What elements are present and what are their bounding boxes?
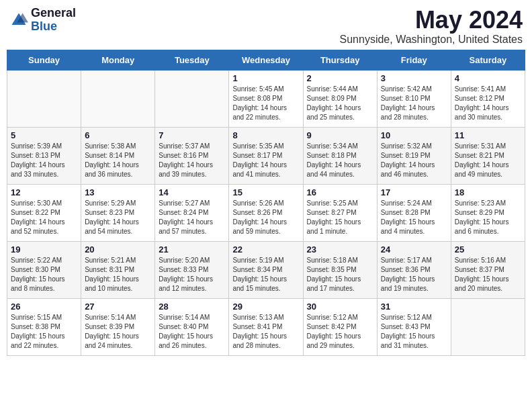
header-day-friday: Friday xyxy=(377,50,451,70)
calendar-cell: 16Sunrise: 5:25 AMSunset: 8:27 PMDayligh… xyxy=(303,184,377,241)
calendar-cell: 18Sunrise: 5:23 AMSunset: 8:29 PMDayligh… xyxy=(451,184,525,241)
day-number: 30 xyxy=(307,302,373,312)
day-number: 26 xyxy=(11,302,77,312)
header-day-thursday: Thursday xyxy=(303,50,377,70)
day-number: 13 xyxy=(85,187,151,197)
day-info: Sunrise: 5:39 AMSunset: 8:13 PMDaylight:… xyxy=(11,142,77,179)
day-number: 15 xyxy=(232,187,299,197)
day-info: Sunrise: 5:12 AMSunset: 8:42 PMDaylight:… xyxy=(307,313,373,351)
day-info: Sunrise: 5:13 AMSunset: 8:41 PMDaylight:… xyxy=(232,313,299,351)
calendar-cell xyxy=(7,70,81,127)
day-number: 1 xyxy=(232,73,299,83)
day-number: 11 xyxy=(455,130,521,140)
day-number: 4 xyxy=(455,73,521,83)
day-info: Sunrise: 5:19 AMSunset: 8:34 PMDaylight:… xyxy=(232,256,299,293)
calendar-cell: 12Sunrise: 5:30 AMSunset: 8:22 PMDayligh… xyxy=(7,184,81,241)
week-row-1: 5Sunrise: 5:39 AMSunset: 8:13 PMDaylight… xyxy=(7,127,525,184)
week-row-0: 1Sunrise: 5:45 AMSunset: 8:08 PMDaylight… xyxy=(7,70,525,127)
calendar-body: 1Sunrise: 5:45 AMSunset: 8:08 PMDaylight… xyxy=(7,70,525,355)
day-info: Sunrise: 5:26 AMSunset: 8:26 PMDaylight:… xyxy=(232,199,299,236)
calendar-cell xyxy=(155,70,229,127)
calendar-cell: 26Sunrise: 5:15 AMSunset: 8:38 PMDayligh… xyxy=(7,298,81,355)
day-number: 21 xyxy=(159,244,225,255)
logo-general: General xyxy=(31,7,76,20)
calendar-cell: 29Sunrise: 5:13 AMSunset: 8:41 PMDayligh… xyxy=(229,298,303,355)
calendar-cell: 9Sunrise: 5:34 AMSunset: 8:18 PMDaylight… xyxy=(303,127,377,184)
day-number: 6 xyxy=(85,130,151,140)
day-info: Sunrise: 5:44 AMSunset: 8:09 PMDaylight:… xyxy=(307,85,373,122)
day-info: Sunrise: 5:32 AMSunset: 8:19 PMDaylight:… xyxy=(381,142,447,179)
day-info: Sunrise: 5:23 AMSunset: 8:29 PMDaylight:… xyxy=(455,199,521,236)
calendar-cell: 7Sunrise: 5:37 AMSunset: 8:16 PMDaylight… xyxy=(155,127,229,184)
logo-blue: Blue xyxy=(31,20,76,34)
day-info: Sunrise: 5:21 AMSunset: 8:31 PMDaylight:… xyxy=(85,256,151,293)
week-row-2: 12Sunrise: 5:30 AMSunset: 8:22 PMDayligh… xyxy=(7,184,525,241)
header-row: SundayMondayTuesdayWednesdayThursdayFrid… xyxy=(7,50,525,70)
day-info: Sunrise: 5:12 AMSunset: 8:43 PMDaylight:… xyxy=(381,313,447,351)
calendar-cell: 8Sunrise: 5:35 AMSunset: 8:17 PMDaylight… xyxy=(229,127,303,184)
day-info: Sunrise: 5:15 AMSunset: 8:38 PMDaylight:… xyxy=(11,313,77,351)
day-info: Sunrise: 5:14 AMSunset: 8:39 PMDaylight:… xyxy=(85,313,151,351)
day-number: 31 xyxy=(381,302,447,312)
logo: General Blue xyxy=(9,7,76,34)
day-number: 3 xyxy=(381,73,447,83)
day-number: 25 xyxy=(455,244,521,255)
day-info: Sunrise: 5:35 AMSunset: 8:17 PMDaylight:… xyxy=(232,142,299,179)
header-day-wednesday: Wednesday xyxy=(229,50,303,70)
calendar-cell: 10Sunrise: 5:32 AMSunset: 8:19 PMDayligh… xyxy=(377,127,451,184)
day-number: 16 xyxy=(307,187,373,197)
day-number: 28 xyxy=(159,302,225,312)
calendar-cell: 15Sunrise: 5:26 AMSunset: 8:26 PMDayligh… xyxy=(229,184,303,241)
calendar-cell: 17Sunrise: 5:24 AMSunset: 8:28 PMDayligh… xyxy=(377,184,451,241)
day-info: Sunrise: 5:18 AMSunset: 8:35 PMDaylight:… xyxy=(307,256,373,293)
day-number: 20 xyxy=(85,244,151,255)
day-number: 2 xyxy=(307,73,373,83)
day-number: 29 xyxy=(232,302,299,312)
calendar-cell: 1Sunrise: 5:45 AMSunset: 8:08 PMDaylight… xyxy=(229,70,303,127)
calendar-cell: 6Sunrise: 5:38 AMSunset: 8:14 PMDaylight… xyxy=(81,127,155,184)
calendar-cell: 30Sunrise: 5:12 AMSunset: 8:42 PMDayligh… xyxy=(303,298,377,355)
logo-icon xyxy=(9,11,28,30)
day-number: 18 xyxy=(455,187,521,197)
day-info: Sunrise: 5:42 AMSunset: 8:10 PMDaylight:… xyxy=(381,85,447,122)
day-number: 19 xyxy=(11,244,77,255)
day-info: Sunrise: 5:14 AMSunset: 8:40 PMDaylight:… xyxy=(159,313,225,351)
calendar-cell: 13Sunrise: 5:29 AMSunset: 8:23 PMDayligh… xyxy=(81,184,155,241)
page-header: General Blue May 2024 Sunnyside, Washing… xyxy=(7,7,525,46)
header-day-sunday: Sunday xyxy=(7,50,81,70)
day-info: Sunrise: 5:37 AMSunset: 8:16 PMDaylight:… xyxy=(159,142,225,179)
calendar-cell: 28Sunrise: 5:14 AMSunset: 8:40 PMDayligh… xyxy=(155,298,229,355)
calendar-cell: 11Sunrise: 5:31 AMSunset: 8:21 PMDayligh… xyxy=(451,127,525,184)
day-info: Sunrise: 5:22 AMSunset: 8:30 PMDaylight:… xyxy=(11,256,77,293)
calendar-cell xyxy=(451,298,525,355)
calendar-cell: 24Sunrise: 5:17 AMSunset: 8:36 PMDayligh… xyxy=(377,241,451,298)
day-info: Sunrise: 5:17 AMSunset: 8:36 PMDaylight:… xyxy=(381,256,447,293)
day-info: Sunrise: 5:16 AMSunset: 8:37 PMDaylight:… xyxy=(455,256,521,293)
day-info: Sunrise: 5:30 AMSunset: 8:22 PMDaylight:… xyxy=(11,199,77,236)
day-info: Sunrise: 5:25 AMSunset: 8:27 PMDaylight:… xyxy=(307,199,373,236)
day-info: Sunrise: 5:41 AMSunset: 8:12 PMDaylight:… xyxy=(455,85,521,122)
day-info: Sunrise: 5:24 AMSunset: 8:28 PMDaylight:… xyxy=(381,199,447,236)
day-number: 7 xyxy=(159,130,225,140)
logo-text: General Blue xyxy=(31,7,76,34)
calendar-cell: 4Sunrise: 5:41 AMSunset: 8:12 PMDaylight… xyxy=(451,70,525,127)
week-row-4: 26Sunrise: 5:15 AMSunset: 8:38 PMDayligh… xyxy=(7,298,525,355)
day-info: Sunrise: 5:34 AMSunset: 8:18 PMDaylight:… xyxy=(307,142,373,179)
day-number: 24 xyxy=(381,244,447,255)
calendar-cell: 22Sunrise: 5:19 AMSunset: 8:34 PMDayligh… xyxy=(229,241,303,298)
day-number: 10 xyxy=(381,130,447,140)
header-day-monday: Monday xyxy=(81,50,155,70)
day-number: 23 xyxy=(307,244,373,255)
calendar-table: SundayMondayTuesdayWednesdayThursdayFrid… xyxy=(7,50,525,356)
day-info: Sunrise: 5:38 AMSunset: 8:14 PMDaylight:… xyxy=(85,142,151,179)
day-number: 12 xyxy=(11,187,77,197)
day-number: 17 xyxy=(381,187,447,197)
calendar-cell: 21Sunrise: 5:20 AMSunset: 8:33 PMDayligh… xyxy=(155,241,229,298)
calendar-cell: 25Sunrise: 5:16 AMSunset: 8:37 PMDayligh… xyxy=(451,241,525,298)
header-day-tuesday: Tuesday xyxy=(155,50,229,70)
title-block: May 2024 Sunnyside, Washington, United S… xyxy=(340,7,523,46)
calendar-cell: 19Sunrise: 5:22 AMSunset: 8:30 PMDayligh… xyxy=(7,241,81,298)
calendar-cell: 23Sunrise: 5:18 AMSunset: 8:35 PMDayligh… xyxy=(303,241,377,298)
calendar-cell: 3Sunrise: 5:42 AMSunset: 8:10 PMDaylight… xyxy=(377,70,451,127)
calendar-header: SundayMondayTuesdayWednesdayThursdayFrid… xyxy=(7,50,525,70)
